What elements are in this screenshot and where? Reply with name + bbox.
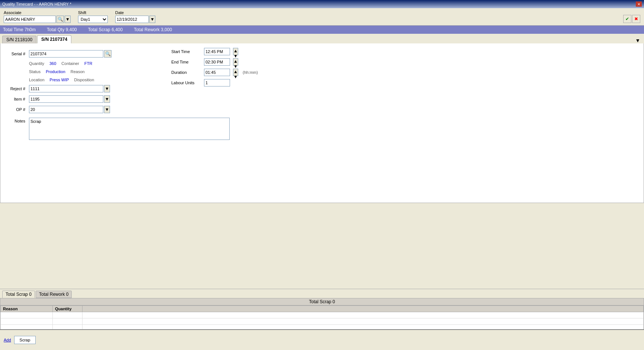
scrap-table-header-row: Reason Quantity	[1, 306, 644, 312]
cancel-icon: ✖	[634, 16, 638, 22]
action-bar: Add Scrap	[0, 329, 644, 350]
main-window: Quality Timecard - - AARON HENRY * ✕ Ass…	[0, 0, 644, 350]
end-time-input[interactable]	[204, 58, 230, 66]
date-label: Date	[115, 10, 155, 15]
total-scrap-bar: Total Scrap 0	[0, 298, 644, 305]
hhmm-label: (hh:mm)	[243, 70, 258, 75]
total-rework-tab[interactable]: Total Rework 0	[36, 291, 72, 298]
total-time: Total Time 7h0m	[3, 27, 36, 32]
header-area: Associate 🔍 ▼ Shift Day1	[0, 8, 644, 26]
tab-scroll-button[interactable]: ▼	[635, 37, 640, 43]
tab-sn-2107374[interactable]: S/N 2107374	[37, 35, 71, 43]
start-time-input[interactable]	[204, 48, 230, 55]
cancel-button[interactable]: ✖	[632, 15, 640, 23]
save-icon: ✔	[625, 16, 629, 22]
reason-info-label: Reason	[71, 69, 85, 74]
serial-input[interactable]	[29, 50, 103, 58]
serial-row: Serial # 🔍	[5, 50, 639, 58]
quantity-column-header: Quantity	[53, 306, 82, 312]
form-section: Serial # 🔍 Quantity 360 Container FTR St…	[5, 48, 639, 142]
info-bar: Total Time 7h0m Total Qty 9,400 Total Sc…	[0, 26, 644, 34]
serial-input-group: 🔍	[29, 50, 111, 58]
total-rework: Total Rework 3,000	[134, 27, 172, 32]
reject-label: Reject #	[5, 86, 25, 91]
tabs-container: S/N 2118100 S/N 2107374 ▼	[0, 34, 644, 43]
associate-input-row: 🔍 ▼	[4, 16, 71, 23]
tab-sn-2118100[interactable]: S/N 2118100	[2, 36, 36, 43]
location-info-value: Press WIP	[50, 78, 69, 82]
serial-search-icon: 🔍	[105, 51, 111, 56]
item-label: Item #	[5, 97, 25, 101]
associate-group: Associate 🔍 ▼	[4, 10, 71, 23]
header-row: Associate 🔍 ▼ Shift Day1	[4, 10, 640, 23]
op-input-group: ▼	[29, 106, 110, 113]
date-group: Date ▼	[115, 10, 155, 23]
end-time-label: End Time	[171, 60, 201, 64]
shift-label: Shift	[78, 10, 108, 15]
scrap-table-head: Reason Quantity	[1, 306, 644, 312]
calendar-dropdown-icon: ▼	[150, 17, 155, 22]
shift-group: Shift Day1	[78, 10, 108, 23]
start-time-label: Start Time	[171, 49, 201, 54]
item-input[interactable]	[29, 95, 103, 103]
location-info-row: Location Press WIP Disposition	[5, 78, 639, 82]
tab-content: Serial # 🔍 Quantity 360 Container FTR St…	[0, 43, 644, 203]
associate-label: Associate	[4, 10, 71, 15]
item-dropdown-button[interactable]: ▼	[104, 95, 110, 103]
date-input[interactable]	[115, 16, 149, 23]
labour-units-label: Labour Units	[171, 81, 201, 85]
date-dropdown-button[interactable]: ▼	[149, 16, 155, 23]
container-info-value: FTR	[84, 61, 92, 66]
serial-search-button[interactable]: 🔍	[104, 50, 111, 58]
labour-units-input[interactable]	[204, 79, 230, 86]
reject-dropdown-icon: ▼	[105, 86, 109, 91]
associate-search-button[interactable]: 🔍	[56, 16, 64, 23]
op-dropdown-icon: ▼	[105, 107, 109, 112]
op-dropdown-button[interactable]: ▼	[104, 106, 110, 113]
reject-input[interactable]	[29, 85, 103, 92]
top-right-buttons: ✔ ✖	[623, 15, 640, 23]
status-info-value: Production	[46, 69, 65, 74]
notes-label: Notes	[5, 118, 25, 123]
op-row: OP # ▼	[5, 106, 639, 113]
associate-dropdown-button[interactable]: ▼	[65, 16, 71, 23]
notes-textarea[interactable]: Scrap	[29, 118, 230, 140]
total-scrap-tab[interactable]: Total Scrap 0	[2, 291, 35, 298]
op-input[interactable]	[29, 106, 103, 113]
serial-label: Serial #	[5, 52, 25, 56]
scrap-table-body	[1, 312, 644, 331]
serial-info-row: Quantity 360 Container FTR	[5, 61, 639, 66]
date-input-row: ▼	[115, 16, 155, 23]
duration-row: Duration ▲▼ (hh:mm)	[171, 69, 258, 76]
total-scrap: Total Scrap 6,400	[88, 27, 123, 32]
notes-section: Notes Scrap	[5, 118, 639, 140]
extra-column-header	[82, 306, 644, 312]
save-button[interactable]: ✔	[623, 15, 631, 23]
start-time-spin[interactable]: ▲▼	[233, 48, 238, 55]
status-info-row: Status Production Reason	[5, 69, 639, 74]
end-time-row: End Time ▲▼	[171, 58, 258, 66]
container-info-label: Container	[61, 61, 79, 66]
duration-label: Duration	[171, 70, 201, 75]
title-bar: Quality Timecard - - AARON HENRY * ✕	[0, 0, 644, 8]
scrap-button[interactable]: Scrap	[14, 336, 36, 344]
duration-input[interactable]	[204, 69, 230, 76]
close-button[interactable]: ✕	[636, 1, 642, 7]
labour-units-row: Labour Units	[171, 79, 258, 86]
duration-spin[interactable]: ▲▼	[233, 69, 238, 76]
shift-select[interactable]: Day1	[78, 16, 108, 23]
op-label: OP #	[5, 107, 25, 112]
item-dropdown-icon: ▼	[105, 97, 109, 102]
end-time-spin[interactable]: ▲▼	[233, 58, 238, 66]
location-info-label: Location	[29, 78, 45, 82]
quantity-info-value: 360	[49, 61, 56, 66]
reason-column-header: Reason	[1, 306, 53, 312]
reject-dropdown-button[interactable]: ▼	[104, 85, 110, 92]
time-fields-panel: Start Time ▲▼ End Time ▲▼ Duration ▲▼	[171, 48, 258, 86]
window-title: Quality Timecard - - AARON HENRY *	[2, 2, 71, 6]
disposition-info-label: Disposition	[74, 78, 94, 82]
associate-input[interactable]	[4, 16, 56, 23]
add-link[interactable]: Add	[4, 338, 11, 342]
empty-row-1	[1, 312, 644, 318]
empty-row-2	[1, 318, 644, 325]
